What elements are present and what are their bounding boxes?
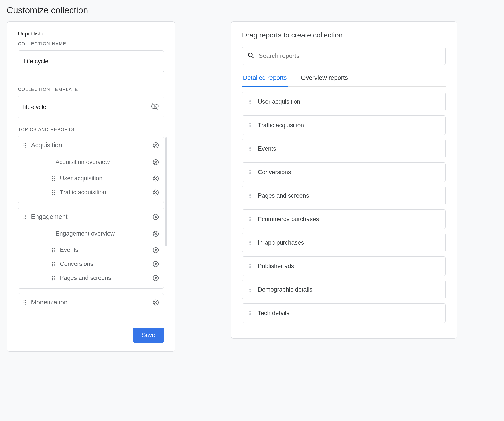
report-title: Traffic acquisition — [60, 189, 153, 196]
remove-report-button[interactable] — [153, 175, 159, 182]
drag-handle-icon[interactable] — [248, 217, 252, 221]
drag-handle-icon[interactable] — [23, 300, 27, 305]
overview-label: Acquisition overview — [39, 159, 153, 165]
available-report-label: Demographic details — [258, 286, 312, 293]
report-tabs: Detailed reportsOverview reports — [242, 74, 446, 87]
topic-card: EngagementEngagement overviewEventsConve… — [18, 208, 164, 289]
available-reports-list: User acquisitionTraffic acquisitionEvent… — [242, 92, 446, 323]
remove-overview-button[interactable] — [153, 159, 159, 165]
page-title: Customize collection — [7, 5, 497, 15]
drag-handle-icon[interactable] — [248, 287, 252, 292]
available-report-label: User acquisition — [258, 98, 300, 105]
drag-handle-icon[interactable] — [51, 176, 55, 181]
remove-report-button[interactable] — [153, 275, 159, 281]
collection-name-field[interactable] — [23, 58, 159, 65]
available-report-item[interactable]: Ecommerce purchases — [242, 209, 446, 229]
remove-topic-button[interactable] — [153, 299, 159, 305]
reports-library-panel: Drag reports to create collection Detail… — [231, 22, 457, 339]
report-row[interactable]: Events — [47, 243, 164, 257]
report-row[interactable]: Conversions — [47, 257, 164, 271]
drag-handle-icon[interactable] — [248, 146, 252, 151]
report-row[interactable]: Pages and screens — [47, 271, 164, 285]
drag-handle-icon[interactable] — [248, 264, 252, 268]
available-report-item[interactable]: Demographic details — [242, 280, 446, 299]
available-report-label: Conversions — [258, 169, 291, 176]
collection-template-value: life-cycle — [23, 104, 151, 111]
drag-handle-icon[interactable] — [248, 99, 252, 104]
save-button[interactable]: Save — [133, 328, 164, 343]
available-report-item[interactable]: User acquisition — [242, 92, 446, 111]
report-title: Conversions — [60, 261, 153, 268]
available-report-label: Ecommerce purchases — [258, 216, 319, 223]
collection-name-label: COLLECTION NAME — [18, 41, 164, 46]
visibility-off-icon[interactable] — [151, 102, 159, 112]
drag-handle-icon[interactable] — [23, 215, 27, 219]
remove-topic-button[interactable] — [153, 142, 159, 148]
search-reports-field[interactable] — [258, 52, 440, 60]
drag-handle-icon[interactable] — [248, 193, 252, 198]
remove-topic-button[interactable] — [153, 214, 159, 220]
drag-handle-icon[interactable] — [51, 190, 55, 195]
topic-header[interactable]: Engagement — [18, 208, 164, 226]
library-title: Drag reports to create collection — [242, 31, 446, 39]
topic-title: Engagement — [31, 213, 153, 221]
drag-handle-icon[interactable] — [23, 143, 27, 148]
drag-handle-icon[interactable] — [51, 262, 55, 267]
overview-label: Engagement overview — [39, 230, 153, 237]
publish-status: Unpublished — [18, 31, 164, 37]
collection-name-input[interactable] — [18, 50, 164, 72]
collection-template-label: COLLECTION TEMPLATE — [18, 87, 164, 92]
available-report-label: Pages and screens — [258, 192, 309, 199]
collection-editor-panel: Unpublished COLLECTION NAME COLLECTION T… — [7, 22, 175, 352]
report-row[interactable]: Traffic acquisition — [47, 186, 164, 199]
available-report-item[interactable]: Publisher ads — [242, 256, 446, 276]
remove-report-button[interactable] — [153, 247, 159, 253]
available-report-label: Traffic acquisition — [258, 122, 304, 129]
available-report-item[interactable]: Traffic acquisition — [242, 116, 446, 135]
topic-title: Acquisition — [31, 142, 153, 149]
collection-template-input[interactable]: life-cycle — [18, 96, 164, 118]
search-icon — [248, 52, 254, 60]
report-row[interactable]: User acquisition — [47, 171, 164, 186]
topic-header[interactable]: Monetization — [18, 293, 164, 311]
topic-title: Monetization — [31, 299, 153, 306]
remove-report-button[interactable] — [153, 189, 159, 196]
overview-row[interactable]: Acquisition overview — [34, 154, 164, 170]
tab-overview-reports[interactable]: Overview reports — [300, 74, 349, 87]
drag-handle-icon[interactable] — [51, 276, 55, 281]
search-reports-input[interactable] — [242, 47, 446, 65]
topic-card: Monetization — [18, 293, 164, 314]
drag-handle-icon[interactable] — [248, 170, 252, 174]
topics-label: TOPICS AND REPORTS — [18, 127, 164, 132]
available-report-item[interactable]: Tech details — [242, 303, 446, 323]
remove-report-button[interactable] — [153, 261, 159, 267]
report-title: Pages and screens — [60, 275, 153, 281]
drag-handle-icon[interactable] — [248, 123, 252, 127]
drag-handle-icon[interactable] — [248, 240, 252, 245]
tab-detailed-reports[interactable]: Detailed reports — [242, 74, 288, 87]
available-report-label: Tech details — [258, 310, 289, 317]
available-report-item[interactable]: In-app purchases — [242, 233, 446, 252]
drag-handle-icon[interactable] — [248, 311, 252, 315]
topic-card: AcquisitionAcquisition overviewUser acqu… — [18, 136, 164, 203]
topics-list: AcquisitionAcquisition overviewUser acqu… — [18, 136, 164, 314]
scrollbar[interactable] — [165, 137, 167, 246]
available-report-label: Publisher ads — [258, 263, 294, 270]
available-report-label: Events — [258, 145, 276, 152]
report-title: User acquisition — [60, 175, 153, 182]
remove-overview-button[interactable] — [153, 231, 159, 237]
report-title: Events — [60, 247, 153, 253]
drag-handle-icon[interactable] — [51, 248, 55, 253]
available-report-item[interactable]: Pages and screens — [242, 186, 446, 205]
topic-header[interactable]: Acquisition — [18, 136, 164, 154]
available-report-item[interactable]: Conversions — [242, 162, 446, 182]
available-report-item[interactable]: Events — [242, 139, 446, 158]
available-report-label: In-app purchases — [258, 239, 304, 246]
overview-row[interactable]: Engagement overview — [34, 226, 164, 242]
